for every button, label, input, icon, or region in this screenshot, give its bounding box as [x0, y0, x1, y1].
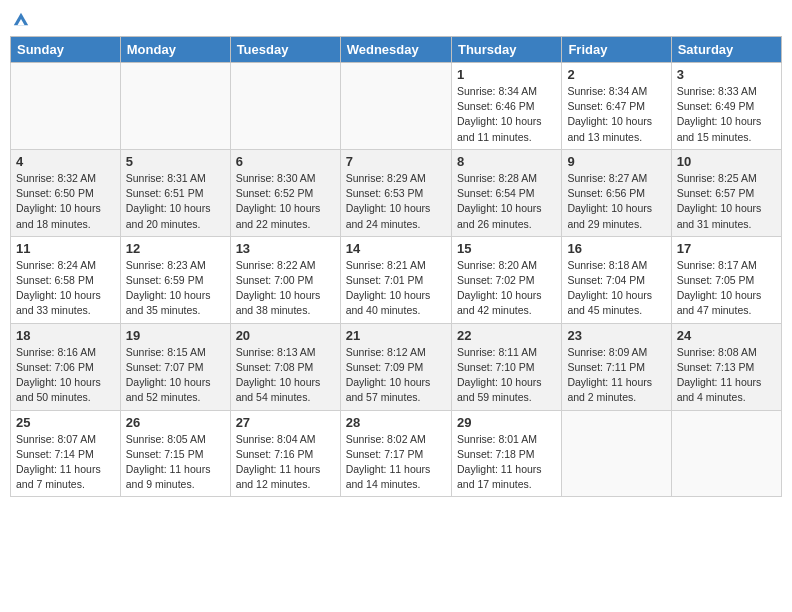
- calendar-cell-4-2: 27Sunrise: 8:04 AM Sunset: 7:16 PM Dayli…: [230, 410, 340, 497]
- day-info: Sunrise: 8:16 AM Sunset: 7:06 PM Dayligh…: [16, 345, 115, 406]
- logo: [10, 10, 30, 28]
- day-number: 7: [346, 154, 446, 169]
- day-info: Sunrise: 8:31 AM Sunset: 6:51 PM Dayligh…: [126, 171, 225, 232]
- calendar-cell-0-2: [230, 63, 340, 150]
- day-info: Sunrise: 8:08 AM Sunset: 7:13 PM Dayligh…: [677, 345, 776, 406]
- day-info: Sunrise: 8:30 AM Sunset: 6:52 PM Dayligh…: [236, 171, 335, 232]
- calendar-cell-3-5: 23Sunrise: 8:09 AM Sunset: 7:11 PM Dayli…: [562, 323, 671, 410]
- calendar-cell-1-5: 9Sunrise: 8:27 AM Sunset: 6:56 PM Daylig…: [562, 149, 671, 236]
- calendar-row-3: 18Sunrise: 8:16 AM Sunset: 7:06 PM Dayli…: [11, 323, 782, 410]
- day-info: Sunrise: 8:13 AM Sunset: 7:08 PM Dayligh…: [236, 345, 335, 406]
- calendar-cell-1-1: 5Sunrise: 8:31 AM Sunset: 6:51 PM Daylig…: [120, 149, 230, 236]
- calendar-cell-1-2: 6Sunrise: 8:30 AM Sunset: 6:52 PM Daylig…: [230, 149, 340, 236]
- calendar-row-1: 4Sunrise: 8:32 AM Sunset: 6:50 PM Daylig…: [11, 149, 782, 236]
- calendar-cell-4-5: [562, 410, 671, 497]
- calendar-header-saturday: Saturday: [671, 37, 781, 63]
- day-info: Sunrise: 8:07 AM Sunset: 7:14 PM Dayligh…: [16, 432, 115, 493]
- calendar-cell-4-1: 26Sunrise: 8:05 AM Sunset: 7:15 PM Dayli…: [120, 410, 230, 497]
- calendar-cell-2-4: 15Sunrise: 8:20 AM Sunset: 7:02 PM Dayli…: [451, 236, 561, 323]
- calendar-cell-0-4: 1Sunrise: 8:34 AM Sunset: 6:46 PM Daylig…: [451, 63, 561, 150]
- day-info: Sunrise: 8:23 AM Sunset: 6:59 PM Dayligh…: [126, 258, 225, 319]
- calendar-header-row: SundayMondayTuesdayWednesdayThursdayFrid…: [11, 37, 782, 63]
- day-info: Sunrise: 8:09 AM Sunset: 7:11 PM Dayligh…: [567, 345, 665, 406]
- calendar-row-4: 25Sunrise: 8:07 AM Sunset: 7:14 PM Dayli…: [11, 410, 782, 497]
- calendar-cell-2-2: 13Sunrise: 8:22 AM Sunset: 7:00 PM Dayli…: [230, 236, 340, 323]
- day-info: Sunrise: 8:20 AM Sunset: 7:02 PM Dayligh…: [457, 258, 556, 319]
- calendar-cell-3-3: 21Sunrise: 8:12 AM Sunset: 7:09 PM Dayli…: [340, 323, 451, 410]
- page-header: [10, 10, 782, 28]
- calendar-cell-3-4: 22Sunrise: 8:11 AM Sunset: 7:10 PM Dayli…: [451, 323, 561, 410]
- calendar-header-wednesday: Wednesday: [340, 37, 451, 63]
- day-number: 23: [567, 328, 665, 343]
- logo-icon: [12, 10, 30, 28]
- calendar-cell-0-6: 3Sunrise: 8:33 AM Sunset: 6:49 PM Daylig…: [671, 63, 781, 150]
- calendar-cell-3-0: 18Sunrise: 8:16 AM Sunset: 7:06 PM Dayli…: [11, 323, 121, 410]
- day-info: Sunrise: 8:24 AM Sunset: 6:58 PM Dayligh…: [16, 258, 115, 319]
- calendar-header-monday: Monday: [120, 37, 230, 63]
- calendar-cell-4-6: [671, 410, 781, 497]
- calendar-cell-1-3: 7Sunrise: 8:29 AM Sunset: 6:53 PM Daylig…: [340, 149, 451, 236]
- day-number: 21: [346, 328, 446, 343]
- calendar-table: SundayMondayTuesdayWednesdayThursdayFrid…: [10, 36, 782, 497]
- day-info: Sunrise: 8:22 AM Sunset: 7:00 PM Dayligh…: [236, 258, 335, 319]
- day-info: Sunrise: 8:34 AM Sunset: 6:47 PM Dayligh…: [567, 84, 665, 145]
- day-number: 6: [236, 154, 335, 169]
- calendar-cell-0-3: [340, 63, 451, 150]
- day-number: 22: [457, 328, 556, 343]
- day-info: Sunrise: 8:04 AM Sunset: 7:16 PM Dayligh…: [236, 432, 335, 493]
- day-info: Sunrise: 8:29 AM Sunset: 6:53 PM Dayligh…: [346, 171, 446, 232]
- calendar-header-tuesday: Tuesday: [230, 37, 340, 63]
- day-number: 14: [346, 241, 446, 256]
- day-info: Sunrise: 8:01 AM Sunset: 7:18 PM Dayligh…: [457, 432, 556, 493]
- calendar-cell-0-5: 2Sunrise: 8:34 AM Sunset: 6:47 PM Daylig…: [562, 63, 671, 150]
- day-number: 25: [16, 415, 115, 430]
- day-number: 12: [126, 241, 225, 256]
- day-number: 18: [16, 328, 115, 343]
- day-number: 13: [236, 241, 335, 256]
- calendar-cell-0-1: [120, 63, 230, 150]
- calendar-cell-1-0: 4Sunrise: 8:32 AM Sunset: 6:50 PM Daylig…: [11, 149, 121, 236]
- calendar-cell-2-3: 14Sunrise: 8:21 AM Sunset: 7:01 PM Dayli…: [340, 236, 451, 323]
- calendar-cell-3-2: 20Sunrise: 8:13 AM Sunset: 7:08 PM Dayli…: [230, 323, 340, 410]
- day-info: Sunrise: 8:02 AM Sunset: 7:17 PM Dayligh…: [346, 432, 446, 493]
- day-number: 20: [236, 328, 335, 343]
- calendar-cell-3-1: 19Sunrise: 8:15 AM Sunset: 7:07 PM Dayli…: [120, 323, 230, 410]
- calendar-cell-0-0: [11, 63, 121, 150]
- calendar-cell-3-6: 24Sunrise: 8:08 AM Sunset: 7:13 PM Dayli…: [671, 323, 781, 410]
- calendar-header-thursday: Thursday: [451, 37, 561, 63]
- day-number: 2: [567, 67, 665, 82]
- day-number: 3: [677, 67, 776, 82]
- calendar-body: 1Sunrise: 8:34 AM Sunset: 6:46 PM Daylig…: [11, 63, 782, 497]
- day-number: 8: [457, 154, 556, 169]
- day-info: Sunrise: 8:33 AM Sunset: 6:49 PM Dayligh…: [677, 84, 776, 145]
- day-number: 17: [677, 241, 776, 256]
- calendar-header-sunday: Sunday: [11, 37, 121, 63]
- calendar-cell-2-0: 11Sunrise: 8:24 AM Sunset: 6:58 PM Dayli…: [11, 236, 121, 323]
- day-number: 4: [16, 154, 115, 169]
- calendar-cell-2-5: 16Sunrise: 8:18 AM Sunset: 7:04 PM Dayli…: [562, 236, 671, 323]
- calendar-cell-2-1: 12Sunrise: 8:23 AM Sunset: 6:59 PM Dayli…: [120, 236, 230, 323]
- day-info: Sunrise: 8:05 AM Sunset: 7:15 PM Dayligh…: [126, 432, 225, 493]
- calendar-row-0: 1Sunrise: 8:34 AM Sunset: 6:46 PM Daylig…: [11, 63, 782, 150]
- day-number: 19: [126, 328, 225, 343]
- day-number: 24: [677, 328, 776, 343]
- day-number: 15: [457, 241, 556, 256]
- day-number: 5: [126, 154, 225, 169]
- day-info: Sunrise: 8:32 AM Sunset: 6:50 PM Dayligh…: [16, 171, 115, 232]
- calendar-row-2: 11Sunrise: 8:24 AM Sunset: 6:58 PM Dayli…: [11, 236, 782, 323]
- calendar-cell-1-6: 10Sunrise: 8:25 AM Sunset: 6:57 PM Dayli…: [671, 149, 781, 236]
- calendar-cell-4-4: 29Sunrise: 8:01 AM Sunset: 7:18 PM Dayli…: [451, 410, 561, 497]
- day-number: 10: [677, 154, 776, 169]
- day-info: Sunrise: 8:18 AM Sunset: 7:04 PM Dayligh…: [567, 258, 665, 319]
- day-number: 16: [567, 241, 665, 256]
- calendar-cell-4-0: 25Sunrise: 8:07 AM Sunset: 7:14 PM Dayli…: [11, 410, 121, 497]
- day-info: Sunrise: 8:17 AM Sunset: 7:05 PM Dayligh…: [677, 258, 776, 319]
- day-info: Sunrise: 8:25 AM Sunset: 6:57 PM Dayligh…: [677, 171, 776, 232]
- day-number: 1: [457, 67, 556, 82]
- day-info: Sunrise: 8:21 AM Sunset: 7:01 PM Dayligh…: [346, 258, 446, 319]
- day-info: Sunrise: 8:28 AM Sunset: 6:54 PM Dayligh…: [457, 171, 556, 232]
- day-info: Sunrise: 8:15 AM Sunset: 7:07 PM Dayligh…: [126, 345, 225, 406]
- day-info: Sunrise: 8:12 AM Sunset: 7:09 PM Dayligh…: [346, 345, 446, 406]
- day-number: 28: [346, 415, 446, 430]
- calendar-cell-1-4: 8Sunrise: 8:28 AM Sunset: 6:54 PM Daylig…: [451, 149, 561, 236]
